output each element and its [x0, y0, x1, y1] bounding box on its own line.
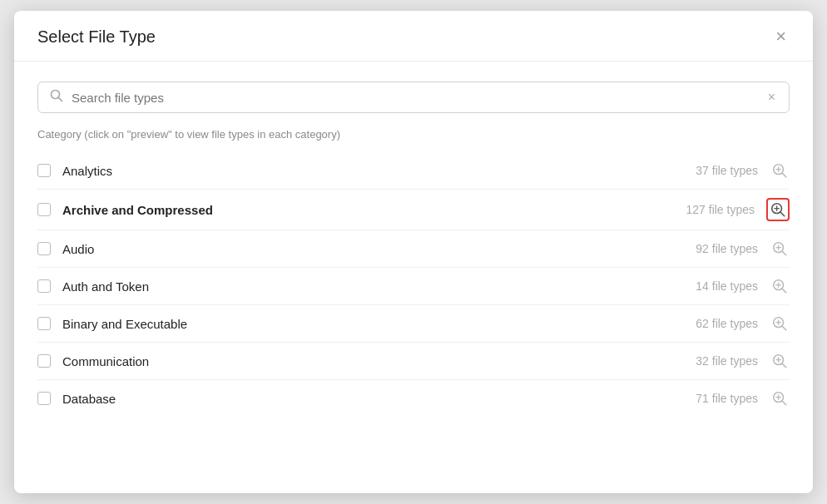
category-list: Analytics37 file types Archive and Compr…: [37, 152, 790, 417]
category-name-analytics: Analytics: [62, 164, 666, 178]
file-count-audio: 92 file types: [666, 242, 758, 255]
checkbox-database[interactable]: [37, 392, 51, 405]
preview-button-archive[interactable]: [766, 198, 790, 221]
file-count-auth: 14 file types: [666, 279, 758, 293]
svg-line-23: [782, 363, 786, 368]
category-name-archive: Archive and Compressed: [62, 203, 663, 217]
svg-line-27: [782, 401, 786, 405]
list-item: Analytics37 file types: [37, 152, 790, 190]
checkbox-communication[interactable]: [37, 354, 51, 368]
file-count-analytics: 37 file types: [666, 164, 758, 177]
svg-line-7: [780, 212, 785, 216]
file-count-binary: 62 file types: [666, 317, 758, 330]
list-item: Database71 file types: [37, 380, 790, 417]
preview-button-audio[interactable]: [770, 239, 790, 259]
checkbox-auth[interactable]: [37, 279, 51, 293]
file-count-communication: 32 file types: [666, 354, 758, 368]
list-item: Archive and Compressed127 file types: [37, 190, 790, 230]
preview-button-auth[interactable]: [770, 276, 790, 296]
preview-button-binary[interactable]: [770, 314, 790, 334]
checkbox-analytics[interactable]: [37, 164, 51, 177]
file-count-archive: 127 file types: [663, 203, 755, 216]
select-file-type-dialog: Select File Type × × Category (click on …: [14, 11, 813, 493]
list-item: Binary and Executable62 file types: [37, 305, 790, 343]
category-hint: Category (click on "preview" to view fil…: [37, 128, 790, 141]
preview-button-communication[interactable]: [770, 351, 790, 371]
category-name-communication: Communication: [62, 354, 666, 368]
dialog-title: Select File Type: [37, 27, 156, 47]
file-count-database: 71 file types: [666, 392, 758, 405]
checkbox-archive[interactable]: [37, 203, 51, 216]
category-name-audio: Audio: [62, 242, 666, 256]
list-item: Audio92 file types: [37, 230, 790, 268]
search-icon: [50, 89, 63, 106]
svg-line-19: [782, 326, 786, 330]
dialog-body: × Category (click on "preview" to view f…: [14, 62, 813, 430]
category-name-auth: Auth and Token: [62, 279, 666, 294]
checkbox-binary[interactable]: [37, 317, 51, 330]
search-clear-button[interactable]: ×: [766, 90, 777, 105]
list-item: Communication32 file types: [37, 343, 790, 380]
svg-line-15: [782, 289, 786, 293]
category-name-binary: Binary and Executable: [62, 317, 666, 331]
preview-button-database[interactable]: [770, 388, 790, 408]
svg-line-11: [782, 251, 786, 255]
svg-line-1: [58, 97, 62, 101]
checkbox-audio[interactable]: [37, 242, 51, 255]
close-button[interactable]: ×: [772, 26, 790, 47]
list-item: Auth and Token14 file types: [37, 268, 790, 305]
preview-button-analytics[interactable]: [770, 161, 790, 180]
category-name-database: Database: [62, 392, 666, 406]
dialog-header: Select File Type ×: [14, 11, 813, 62]
svg-line-3: [782, 173, 786, 177]
search-input[interactable]: [72, 91, 766, 105]
search-bar: ×: [37, 82, 790, 113]
